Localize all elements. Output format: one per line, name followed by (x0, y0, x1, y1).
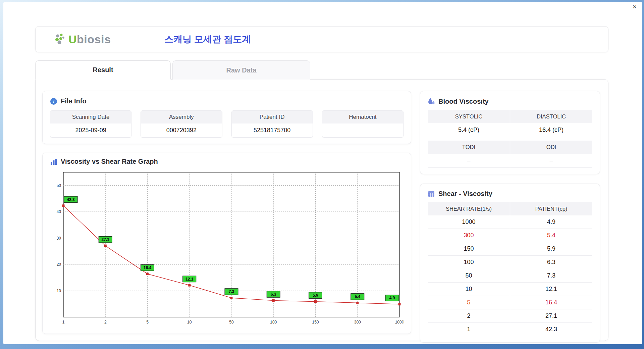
table-icon (428, 190, 435, 198)
water-drop-icon (428, 97, 435, 105)
file-info-card: i File Info Scanning Date 2025-09-09 Ass… (42, 91, 411, 144)
info-icon: i (50, 98, 57, 105)
todi-odi-table: TODI ODI – – (428, 141, 592, 168)
patient-cell: 4.9 (510, 215, 593, 229)
patient-cell: 12.1 (510, 283, 593, 296)
shear-viscosity-header: Shear - Viscosity (428, 190, 592, 198)
svg-text:300: 300 (354, 319, 361, 324)
svg-text:5: 5 (146, 319, 149, 324)
svg-text:5.4: 5.4 (355, 294, 360, 299)
odi-value: – (510, 154, 593, 168)
field-patient-id: Patient ID 52518175700 (231, 110, 313, 138)
patient-column-header: PATIENT(cp) (510, 202, 593, 215)
app-window: × Ubiosis 스캐닝 모세관 점도계 Result Raw Data (3, 2, 642, 344)
shear-rate-cell: 50 (428, 269, 510, 283)
svg-text:2: 2 (104, 319, 107, 324)
section-title: Blood Viscosity (438, 98, 489, 105)
svg-text:30: 30 (57, 236, 61, 240)
bar-chart-icon (50, 158, 57, 165)
svg-text:150: 150 (312, 319, 319, 324)
logo-u: U (68, 33, 77, 46)
viscosity-shear-chart: 10203040501251050100150300100042.327.116… (50, 169, 404, 328)
svg-text:42.3: 42.3 (67, 197, 75, 202)
table-header-row: SYSTOLIC DIASTOLIC (428, 110, 592, 123)
svg-text:50: 50 (57, 183, 61, 188)
shear-rate-cell: 100 (428, 256, 510, 269)
graph-card: Viscosity vs Shear Rate Graph 1020304050… (42, 153, 411, 334)
svg-text:40: 40 (57, 209, 61, 214)
patient-cell: 5.9 (510, 242, 593, 256)
blood-viscosity-card: Blood Viscosity SYSTOLIC DIASTOLIC 5.4 (… (420, 91, 600, 174)
field-assembly: Assembly 000720392 (141, 110, 222, 138)
patient-cell: 7.3 (510, 269, 593, 283)
shear-rate-column-header: SHEAR RATE(1/s) (428, 202, 510, 215)
file-info-fields: Scanning Date 2025-09-09 Assembly 000720… (50, 110, 404, 138)
diastolic-value: 16.4 (cP) (510, 123, 593, 137)
patient-cell: 6.3 (510, 256, 593, 269)
table-row: 10 12.1 (428, 283, 592, 296)
diastolic-header: DIASTOLIC (510, 110, 593, 123)
svg-text:5.9: 5.9 (313, 293, 318, 298)
section-title: Shear - Viscosity (438, 190, 492, 198)
shear-rate-cell: 1000 (428, 215, 510, 229)
section-title: File Info (61, 97, 87, 105)
tab-bar: Result Raw Data (35, 60, 608, 80)
result-panel: i File Info Scanning Date 2025-09-09 Ass… (35, 79, 608, 341)
svg-text:7.3: 7.3 (229, 289, 234, 294)
shear-rate-cell: 300 (428, 229, 510, 242)
patient-cell: 27.1 (510, 309, 593, 323)
table-row: 100 6.3 (428, 256, 592, 269)
ubiosis-logo: Ubiosis (54, 33, 111, 46)
viscosity-chart-svg: 10203040501251050100150300100042.327.116… (50, 169, 404, 328)
logo-text: Ubiosis (68, 33, 111, 46)
app-header: Ubiosis 스캐닝 모세관 점도계 (35, 26, 608, 52)
file-info-header: i File Info (50, 97, 404, 105)
field-label: Assembly (141, 111, 222, 123)
table-row: 300 5.4 (428, 229, 592, 242)
systolic-value: 5.4 (cP) (428, 123, 510, 137)
table-row: – – (428, 154, 592, 168)
svg-text:50: 50 (229, 319, 234, 324)
table-row: 2 27.1 (428, 309, 592, 323)
shear-viscosity-card: Shear - Viscosity SHEAR RATE(1/s) PATIEN… (420, 184, 600, 343)
shear-rate-cell: 150 (428, 242, 510, 256)
todi-header: TODI (428, 141, 510, 154)
close-icon[interactable]: × (633, 3, 637, 10)
table-row: 5 16.4 (428, 296, 592, 309)
svg-text:4.9: 4.9 (389, 296, 395, 300)
svg-text:1000: 1000 (395, 319, 404, 324)
tab-result[interactable]: Result (35, 60, 171, 80)
left-column: i File Info Scanning Date 2025-09-09 Ass… (42, 91, 411, 334)
field-value: 2025-09-09 (50, 123, 131, 137)
field-hematocrit: Hematocrit (322, 110, 404, 138)
shear-rate-cell: 1 (428, 323, 510, 336)
todi-value: – (428, 154, 510, 168)
svg-text:i: i (53, 99, 54, 104)
field-label: Patient ID (232, 111, 313, 123)
systolic-header: SYSTOLIC (428, 110, 510, 123)
svg-text:100: 100 (270, 319, 277, 324)
patient-cell: 5.4 (510, 229, 593, 242)
svg-text:12.1: 12.1 (185, 277, 194, 281)
logo-rest: biosis (77, 33, 111, 46)
shear-rate-cell: 10 (428, 283, 510, 296)
field-label: Hematocrit (322, 111, 403, 123)
svg-text:10: 10 (57, 288, 61, 293)
patient-cell: 42.3 (510, 323, 593, 336)
graph-header: Viscosity vs Shear Rate Graph (50, 158, 404, 165)
svg-text:20: 20 (57, 262, 61, 267)
systolic-diastolic-table: SYSTOLIC DIASTOLIC 5.4 (cP) 16.4 (cP) (428, 110, 592, 137)
shear-rate-cell: 2 (428, 309, 510, 323)
patient-cell: 16.4 (510, 296, 593, 309)
field-label: Scanning Date (50, 111, 131, 123)
table-row: 150 5.9 (428, 242, 592, 256)
tab-raw-data[interactable]: Raw Data (172, 60, 310, 80)
logo-dots-icon (54, 33, 66, 45)
svg-text:27.1: 27.1 (102, 237, 110, 242)
shear-rate-cell: 5 (428, 296, 510, 309)
right-column: Blood Viscosity SYSTOLIC DIASTOLIC 5.4 (… (420, 91, 600, 334)
svg-text:6.3: 6.3 (271, 292, 276, 297)
field-value (322, 123, 403, 137)
svg-text:1: 1 (62, 319, 65, 324)
shear-viscosity-table: SHEAR RATE(1/s) PATIENT(cp) 1000 4.9 300… (428, 202, 592, 336)
